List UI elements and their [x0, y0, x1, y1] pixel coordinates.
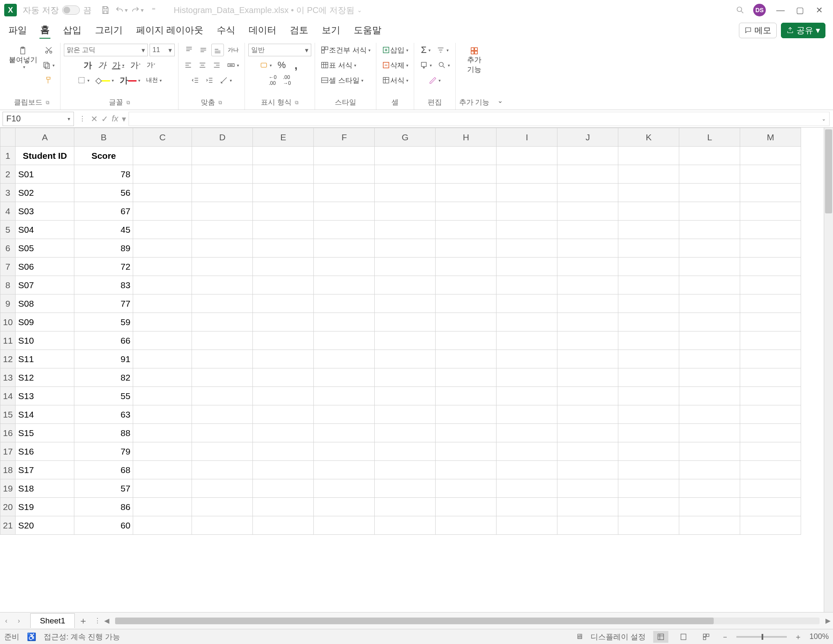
- cell-E11[interactable]: [253, 331, 314, 350]
- font-launcher-icon[interactable]: ⧉: [126, 100, 130, 105]
- cell-C1[interactable]: [133, 147, 192, 165]
- cell-F21[interactable]: [314, 516, 375, 535]
- cell-K21[interactable]: [618, 516, 679, 535]
- cell-D17[interactable]: [192, 442, 253, 461]
- cell-L10[interactable]: [679, 313, 740, 331]
- cell-F20[interactable]: [314, 498, 375, 516]
- cell-G3[interactable]: [375, 184, 436, 202]
- cell-I16[interactable]: [497, 424, 557, 442]
- cell-I19[interactable]: [497, 479, 557, 498]
- cell-G19[interactable]: [375, 479, 436, 498]
- copy-icon[interactable]: ▾: [40, 59, 57, 71]
- cell-D7[interactable]: [192, 258, 253, 276]
- cell-I13[interactable]: [497, 368, 557, 387]
- cancel-formula-icon[interactable]: ✕: [91, 114, 98, 124]
- row-header-6[interactable]: 6: [0, 239, 16, 258]
- cell-G21[interactable]: [375, 516, 436, 535]
- cell-J5[interactable]: [557, 221, 618, 239]
- cell-C16[interactable]: [133, 424, 192, 442]
- cell-G4[interactable]: [375, 202, 436, 221]
- cell-D14[interactable]: [192, 387, 253, 405]
- fill-icon[interactable]: ▾: [418, 59, 434, 71]
- row-header-19[interactable]: 19: [0, 479, 16, 498]
- increase-decimal-icon[interactable]: ←0.00: [266, 74, 279, 87]
- cell-K19[interactable]: [618, 479, 679, 498]
- cell-H12[interactable]: [436, 350, 497, 368]
- cell-I9[interactable]: [497, 294, 557, 313]
- cell-D9[interactable]: [192, 294, 253, 313]
- excel-app-icon[interactable]: X: [4, 4, 17, 16]
- cell-L20[interactable]: [679, 498, 740, 516]
- cell-E20[interactable]: [253, 498, 314, 516]
- cell-F2[interactable]: [314, 165, 375, 184]
- cell-M16[interactable]: [740, 424, 801, 442]
- cell-A11[interactable]: S10: [16, 331, 74, 350]
- cell-E12[interactable]: [253, 350, 314, 368]
- cell-A13[interactable]: S12: [16, 368, 74, 387]
- cell-L5[interactable]: [679, 221, 740, 239]
- cell-K4[interactable]: [618, 202, 679, 221]
- cell-M7[interactable]: [740, 258, 801, 276]
- cell-C13[interactable]: [133, 368, 192, 387]
- close-icon[interactable]: ✕: [809, 4, 829, 16]
- cell-F4[interactable]: [314, 202, 375, 221]
- cell-B17[interactable]: 79: [74, 442, 133, 461]
- cell-M6[interactable]: [740, 239, 801, 258]
- cell-A15[interactable]: S14: [16, 405, 74, 424]
- row-header-20[interactable]: 20: [0, 498, 16, 516]
- col-header-E[interactable]: E: [253, 128, 314, 147]
- cell-M15[interactable]: [740, 405, 801, 424]
- cell-G5[interactable]: [375, 221, 436, 239]
- cell-C4[interactable]: [133, 202, 192, 221]
- cell-C8[interactable]: [133, 276, 192, 294]
- wrap-text-icon[interactable]: 가나: [226, 44, 241, 56]
- borders-icon[interactable]: ▾: [75, 74, 92, 87]
- cell-I18[interactable]: [497, 461, 557, 479]
- addins-button[interactable]: 추가 기능: [462, 44, 487, 77]
- row-header-17[interactable]: 17: [0, 442, 16, 461]
- col-header-M[interactable]: M: [740, 128, 801, 147]
- fx-dropdown-icon[interactable]: ▾: [122, 114, 126, 124]
- cell-I4[interactable]: [497, 202, 557, 221]
- cell-M20[interactable]: [740, 498, 801, 516]
- search-icon[interactable]: [734, 4, 746, 16]
- cell-B21[interactable]: 60: [74, 516, 133, 535]
- row-header-8[interactable]: 8: [0, 276, 16, 294]
- cell-A8[interactable]: S07: [16, 276, 74, 294]
- cell-D11[interactable]: [192, 331, 253, 350]
- cell-I6[interactable]: [497, 239, 557, 258]
- cell-I8[interactable]: [497, 276, 557, 294]
- clear-icon[interactable]: ▾: [426, 74, 443, 87]
- cell-F8[interactable]: [314, 276, 375, 294]
- formula-bar[interactable]: ⌄: [129, 112, 830, 126]
- cell-J7[interactable]: [557, 258, 618, 276]
- view-page-layout-icon[interactable]: [676, 631, 691, 643]
- vertical-scrollbar[interactable]: [824, 128, 833, 612]
- delete-cells-button[interactable]: 삭제▾: [380, 59, 410, 71]
- cell-F1[interactable]: [314, 147, 375, 165]
- cell-E18[interactable]: [253, 461, 314, 479]
- cell-F14[interactable]: [314, 387, 375, 405]
- font-name-select[interactable]: 맑은 고딕▾: [64, 44, 148, 56]
- cell-A10[interactable]: S09: [16, 313, 74, 331]
- cell-M13[interactable]: [740, 368, 801, 387]
- cell-B15[interactable]: 63: [74, 405, 133, 424]
- autosum-icon[interactable]: Σ▾: [419, 44, 433, 56]
- cell-H3[interactable]: [436, 184, 497, 202]
- underline-icon[interactable]: 가▾: [110, 59, 126, 71]
- cell-K20[interactable]: [618, 498, 679, 516]
- customize-qat-icon[interactable]: ⁼: [147, 4, 160, 16]
- cell-I1[interactable]: [497, 147, 557, 165]
- cell-C18[interactable]: [133, 461, 192, 479]
- cell-H8[interactable]: [436, 276, 497, 294]
- cell-M11[interactable]: [740, 331, 801, 350]
- tab-file[interactable]: 파일: [8, 22, 28, 38]
- cell-H16[interactable]: [436, 424, 497, 442]
- align-bottom-icon[interactable]: [211, 44, 224, 56]
- cell-H1[interactable]: [436, 147, 497, 165]
- cell-M1[interactable]: [740, 147, 801, 165]
- hscroll-right-icon[interactable]: ▶: [825, 617, 830, 625]
- cell-C9[interactable]: [133, 294, 192, 313]
- cell-A5[interactable]: S04: [16, 221, 74, 239]
- paste-button[interactable]: 붙여넣기 ▾: [7, 44, 39, 72]
